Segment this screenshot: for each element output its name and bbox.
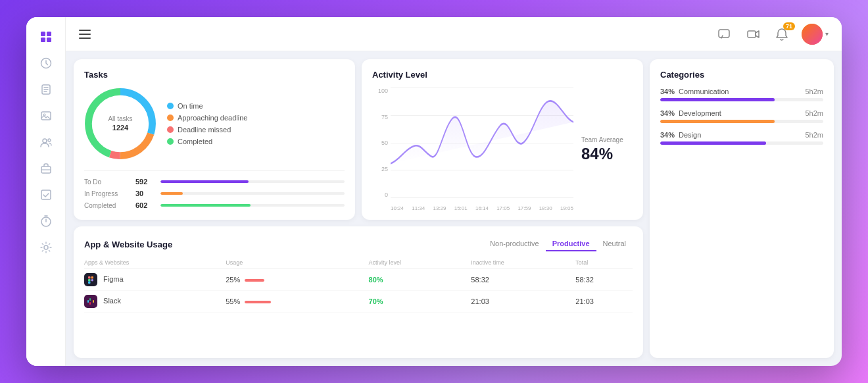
categories-title: Categories xyxy=(660,70,823,80)
svg-rect-0 xyxy=(41,32,45,36)
chart-xaxis: 10:24 11:34 13:29 15:01 16:14 17:05 17:5… xyxy=(391,198,573,211)
usage-slack: 55% xyxy=(226,291,368,313)
sidebar xyxy=(26,17,66,366)
app-usage-title: App & Website Usage xyxy=(84,240,172,249)
category-communication-pct: 34% xyxy=(660,88,675,95)
svg-rect-28 xyxy=(88,282,91,284)
svg-rect-26 xyxy=(91,276,94,279)
user-avatar[interactable]: ▾ xyxy=(802,24,829,45)
activity-card: Activity Level 100 75 50 25 0 xyxy=(362,59,643,220)
app-window: 71 ▾ Tasks xyxy=(26,17,842,366)
total-slack: 21:03 xyxy=(575,291,633,313)
sidebar-icon-settings[interactable] xyxy=(34,236,58,259)
main-content: 71 ▾ Tasks xyxy=(66,17,842,366)
stat-completed: Completed 602 xyxy=(84,201,345,209)
stat-inprogress-value: 30 xyxy=(135,190,155,197)
activity-figma-val: 80% xyxy=(369,276,383,284)
slack-icon xyxy=(84,295,97,308)
tab-non-productive[interactable]: Non-productive xyxy=(483,237,546,251)
category-development: 34% Development 5h2m xyxy=(660,109,823,123)
category-communication-time: 5h2m xyxy=(805,88,823,95)
usage-figma: 25% xyxy=(226,269,368,291)
sidebar-icon-briefcase[interactable] xyxy=(34,157,58,180)
chat-icon[interactable] xyxy=(715,25,733,43)
category-communication-fill xyxy=(660,98,775,101)
sidebar-icon-timer[interactable] xyxy=(34,209,58,233)
category-communication-label: 34% Communication xyxy=(660,88,729,95)
topbar-right: 71 ▾ xyxy=(715,24,829,45)
svg-rect-32 xyxy=(93,300,94,303)
stat-todo-fill xyxy=(160,180,249,183)
tasks-title: Tasks xyxy=(84,70,345,80)
app-figma-name: Figma xyxy=(103,275,124,283)
stat-completed-label: Completed xyxy=(84,202,130,209)
video-icon[interactable] xyxy=(744,25,762,43)
svg-point-29 xyxy=(91,279,94,282)
stat-todo-label: To Do xyxy=(84,178,130,186)
svg-rect-15 xyxy=(41,190,51,199)
category-design-fill xyxy=(660,141,766,145)
svg-rect-2 xyxy=(41,38,45,42)
stat-completed-bar xyxy=(160,204,345,207)
chevron-down-icon: ▾ xyxy=(825,30,829,38)
svg-point-11 xyxy=(43,139,47,143)
topbar: 71 ▾ xyxy=(66,17,842,51)
app-figma: Figma xyxy=(84,269,226,291)
category-design-name: Design xyxy=(679,131,701,139)
stat-todo: To Do 592 xyxy=(84,178,345,186)
legend: On time Approaching deadline Deadline mi… xyxy=(167,102,247,145)
tasks-card: Tasks xyxy=(74,59,355,220)
category-design-time: 5h2m xyxy=(805,131,823,139)
app-slack: Slack xyxy=(84,291,226,313)
sidebar-icon-clock[interactable] xyxy=(34,51,58,75)
legend-item-completed: Completed xyxy=(167,138,247,145)
activity-slack: 70% xyxy=(369,291,471,313)
tab-neutral[interactable]: Neutral xyxy=(596,237,633,251)
svg-rect-9 xyxy=(41,112,51,120)
svg-rect-3 xyxy=(47,38,51,42)
tab-productive[interactable]: Productive xyxy=(546,237,596,251)
svg-rect-25 xyxy=(88,276,91,279)
col-activity: Activity level xyxy=(369,257,471,269)
app-usage-card: App & Website Usage Non-productive Produ… xyxy=(74,226,643,358)
inactive-slack: 21:03 xyxy=(471,291,575,313)
category-design-bar xyxy=(660,141,823,145)
category-development-name: Development xyxy=(679,109,721,117)
svg-rect-27 xyxy=(88,279,91,282)
yaxis-100: 100 xyxy=(372,88,388,94)
activity-inner: 100 75 50 25 0 xyxy=(372,88,633,211)
donut-center-label: All tasks 1224 xyxy=(108,115,132,132)
sidebar-icon-check[interactable] xyxy=(34,183,58,207)
sidebar-icon-grid[interactable] xyxy=(34,25,58,49)
line-chart-svg xyxy=(391,88,573,198)
stat-inprogress-bar xyxy=(160,192,345,195)
col-inactive: Inactive time xyxy=(471,257,575,269)
xaxis-1134: 11:34 xyxy=(412,205,425,211)
legend-label-completed: Completed xyxy=(178,138,212,145)
col-usage: Usage xyxy=(226,257,368,269)
xaxis-1705: 17:05 xyxy=(496,205,510,211)
legend-dot-missed xyxy=(167,126,174,133)
usage-tabs: Non-productive Productive Neutral xyxy=(483,237,633,251)
categories-card: Categories 34% Communication 5h2m xyxy=(650,59,834,358)
usage-slack-bar xyxy=(245,301,271,303)
usage-table: Apps & Websites Usage Activity level Ina… xyxy=(84,257,633,313)
category-design-pct: 34% xyxy=(660,131,675,139)
category-development-time: 5h2m xyxy=(805,109,823,117)
xaxis-1024: 10:24 xyxy=(391,205,404,211)
legend-item-missed: Deadline missed xyxy=(167,126,247,134)
col-apps: Apps & Websites xyxy=(84,257,226,269)
app-usage-header: App & Website Usage Non-productive Produ… xyxy=(84,237,633,251)
sidebar-icon-users[interactable] xyxy=(34,130,58,154)
notification-icon[interactable]: 71 xyxy=(773,25,791,43)
sidebar-icon-document[interactable] xyxy=(34,78,58,101)
sidebar-icon-image[interactable] xyxy=(34,104,58,128)
yaxis-50: 50 xyxy=(372,140,388,146)
topbar-left xyxy=(79,30,91,39)
legend-label-approaching: Approaching deadline xyxy=(178,114,247,122)
stat-todo-value: 592 xyxy=(135,178,155,186)
donut-chart: All tasks 1224 xyxy=(84,88,157,160)
app-slack-name: Slack xyxy=(103,297,121,305)
menu-button[interactable] xyxy=(79,30,91,39)
legend-label-missed: Deadline missed xyxy=(178,126,231,134)
